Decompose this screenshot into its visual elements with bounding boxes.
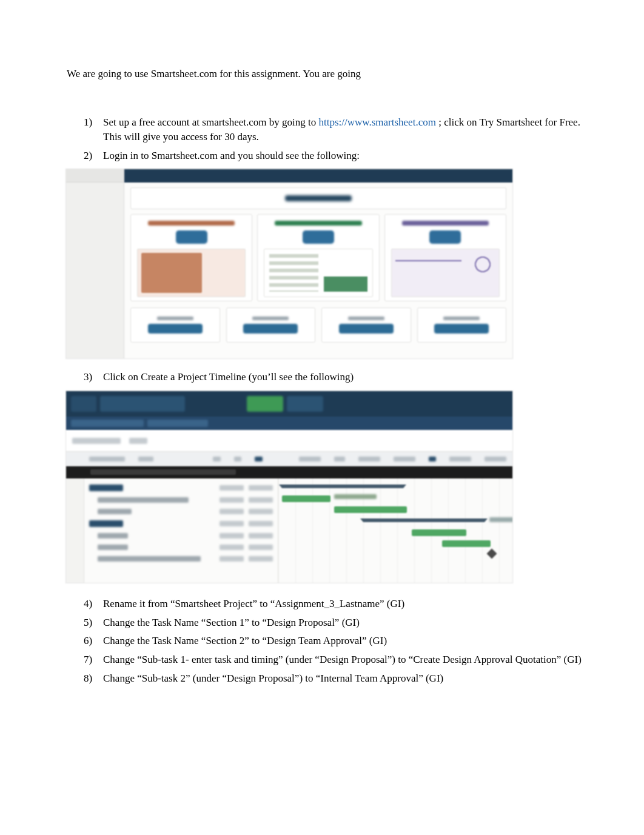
instruction-item-1: 1) Set up a free account at smartsheet.c… xyxy=(87,115,583,145)
screenshot-column-header xyxy=(66,452,512,466)
item-number: 8) xyxy=(84,671,92,686)
item-text: Rename it from “Smartsheet Project” to “… xyxy=(103,598,404,609)
sidebar-tab xyxy=(66,169,124,183)
bottom-card xyxy=(321,307,411,343)
row-number-gutter xyxy=(66,478,84,583)
item-number: 3) xyxy=(84,370,92,385)
screenshot-left-sidebar xyxy=(66,169,124,358)
instruction-item-8: 8) Change “Sub-task 2” (under “Design Pr… xyxy=(87,671,583,686)
instruction-item-7: 7) Change “Sub-task 1- enter task and ti… xyxy=(87,652,583,668)
instruction-item-3: 3) Click on Create a Project Timeline (y… xyxy=(87,370,583,385)
bottom-card xyxy=(417,307,507,343)
task-grid-left xyxy=(84,478,278,583)
screenshot-smartsheet-home xyxy=(65,169,513,359)
screenshot-project-timeline xyxy=(65,391,513,583)
template-card-1 xyxy=(130,214,252,301)
instruction-item-4: 4) Rename it from “Smartsheet Project” t… xyxy=(87,597,583,612)
instruction-list: 1) Set up a free account at smartsheet.c… xyxy=(67,115,583,164)
item-text: Login in to Smartsheet.com and you shoul… xyxy=(103,150,360,161)
item-text: Change “Sub-task 1- enter task and timin… xyxy=(103,654,582,665)
item-text-pre: Set up a free account at smartsheet.com … xyxy=(103,116,318,128)
screenshot-top-bar xyxy=(124,169,512,183)
screenshot-tab-bar xyxy=(66,391,512,417)
gantt-area xyxy=(278,478,512,583)
instruction-item-6: 6) Change the Task Name “Section 2” to “… xyxy=(87,634,583,649)
screenshot-title-strip xyxy=(66,466,512,478)
item-text: Change the Task Name “Section 2” to “Des… xyxy=(103,635,387,646)
item-number: 5) xyxy=(84,615,92,631)
bottom-card xyxy=(130,307,220,343)
screenshot-toolbar xyxy=(66,430,512,452)
instruction-item-5: 5) Change the Task Name “Section 1” to “… xyxy=(87,615,583,631)
instruction-item-2: 2) Login in to Smartsheet.com and you sh… xyxy=(87,149,583,164)
item-number: 7) xyxy=(84,652,92,668)
intro-paragraph: We are going to use Smartsheet.com for t… xyxy=(67,67,583,82)
item-number: 1) xyxy=(84,115,92,130)
template-card-2 xyxy=(257,214,379,301)
bottom-card xyxy=(226,307,316,343)
instruction-list-continued: 3) Click on Create a Project Timeline (y… xyxy=(67,370,583,385)
item-text: Click on Create a Project Timeline (you’… xyxy=(103,371,354,383)
item-text: Change the Task Name “Section 1” to “Des… xyxy=(103,617,360,628)
item-number: 4) xyxy=(84,597,92,612)
item-text: Change “Sub-task 2” (under “Design Propo… xyxy=(103,672,443,684)
screenshot-sub-bar xyxy=(66,417,512,430)
template-card-3 xyxy=(384,214,506,301)
item-number: 6) xyxy=(84,634,92,649)
welcome-banner xyxy=(130,187,506,209)
instruction-list-continued-2: 4) Rename it from “Smartsheet Project” t… xyxy=(67,597,583,686)
smartsheet-link[interactable]: https://www.smartsheet.com xyxy=(318,116,435,128)
item-number: 2) xyxy=(84,149,92,164)
